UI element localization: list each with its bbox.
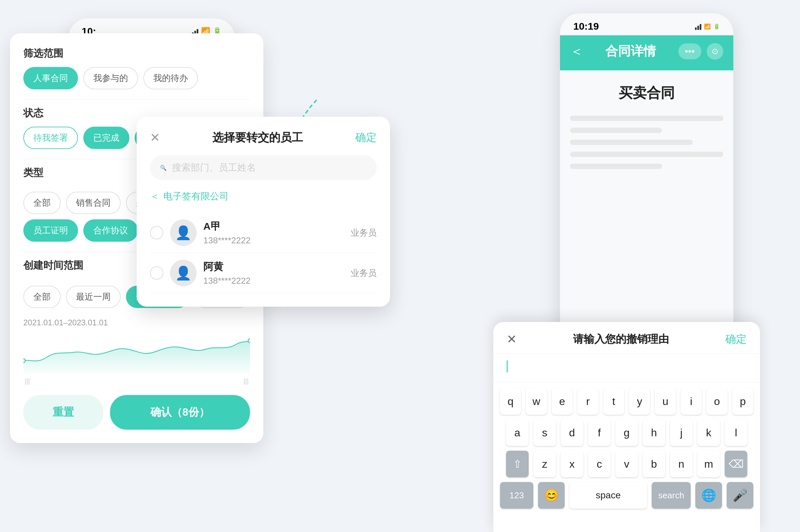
text-cursor — [507, 360, 508, 372]
key-a[interactable]: a — [506, 419, 529, 446]
key-h[interactable]: h — [643, 419, 665, 446]
contract-line-4 — [570, 152, 723, 157]
more-options-btn[interactable]: ••• — [678, 43, 701, 59]
key-v[interactable]: v — [615, 451, 638, 477]
employee-role-0: 业务员 — [351, 227, 377, 239]
tag-sales[interactable]: 销售合同 — [66, 192, 121, 214]
key-w[interactable]: w — [526, 388, 547, 415]
tag-cooperation[interactable]: 合作协议 — [83, 219, 138, 242]
contract-line-5 — [570, 164, 662, 169]
keyboard-close-btn[interactable]: ✕ — [507, 332, 517, 346]
employee-item-1[interactable]: 👤 阿黄 138****2222 业务员 — [150, 253, 377, 293]
employee-name-0: A甲 — [203, 220, 344, 233]
tag-all[interactable]: 全部 — [23, 192, 61, 214]
key-n[interactable]: n — [670, 451, 693, 477]
tag-one-week[interactable]: 最近一周 — [66, 286, 121, 308]
filter-range-title: 筛选范围 — [23, 47, 250, 60]
key-g[interactable]: g — [615, 419, 638, 446]
contract-doc-title: 买卖合同 — [570, 84, 723, 102]
filter-date-title: 创建时间范围 — [23, 259, 83, 272]
search-placeholder: 搜索部门、员工姓名 — [172, 162, 256, 174]
tag-my-pending[interactable]: 我的待办 — [143, 67, 198, 89]
filter-range-tags: 人事合同 我参与的 我的待办 — [23, 67, 250, 89]
key-m[interactable]: m — [697, 451, 720, 477]
back-button[interactable]: ＜ — [570, 42, 583, 60]
chart-slider: ||| ||| — [23, 377, 250, 385]
key-u[interactable]: u — [655, 388, 676, 415]
key-l[interactable]: l — [725, 419, 747, 446]
contract-line-1 — [570, 116, 723, 121]
employee-info-1: 阿黄 138****2222 — [203, 260, 344, 286]
contract-line-3 — [570, 140, 693, 145]
contract-header-title: 合同详情 — [605, 43, 656, 60]
contract-status-icons: 📶 🔋 — [695, 23, 720, 30]
employee-phone-1: 138****2222 — [203, 276, 344, 286]
key-d[interactable]: d — [561, 419, 583, 446]
key-shift[interactable]: ⇧ — [506, 451, 529, 477]
modal-close-btn[interactable]: ✕ — [150, 131, 160, 145]
key-b[interactable]: b — [643, 451, 665, 477]
key-emoji[interactable]: 😊 — [538, 482, 565, 509]
tag-all-time[interactable]: 全部 — [23, 286, 61, 308]
key-row-2: a s d f g h j k l — [500, 419, 753, 446]
key-j[interactable]: j — [670, 419, 693, 446]
key-s[interactable]: s — [533, 419, 556, 446]
key-r[interactable]: r — [577, 388, 598, 415]
employee-item-0[interactable]: 👤 A甲 138****2222 业务员 — [150, 213, 377, 253]
key-c[interactable]: c — [588, 451, 611, 477]
key-search[interactable]: search — [652, 482, 691, 509]
key-y[interactable]: y — [629, 388, 650, 415]
search-icon: 🔍 — [160, 165, 167, 171]
contract-line-2 — [570, 128, 662, 133]
key-delete[interactable]: ⌫ — [725, 451, 747, 477]
key-mic[interactable]: 🎤 — [727, 482, 753, 509]
transfer-modal: ✕ 选择要转交的员工 确定 🔍 搜索部门、员工姓名 ＜ 电子签有限公司 👤 A甲… — [137, 117, 390, 307]
key-f[interactable]: f — [588, 419, 611, 446]
key-z[interactable]: z — [533, 451, 556, 477]
keyboard-title: 请输入您的撤销理由 — [573, 332, 669, 347]
key-p[interactable]: p — [732, 388, 753, 415]
employee-role-1: 业务员 — [351, 267, 377, 279]
employee-search-bar[interactable]: 🔍 搜索部门、员工姓名 — [150, 155, 377, 180]
radio-button-0[interactable] — [150, 226, 163, 239]
date-range-text: 2021.01.01–2023.01.01 — [23, 318, 250, 327]
key-space[interactable]: space — [569, 482, 647, 509]
keyboard-modal: ✕ 请输入您的撤销理由 确定 q w e r t y u i o p a s d… — [493, 322, 760, 532]
date-range-chart — [23, 334, 250, 374]
keyboard-input-area[interactable] — [493, 354, 760, 383]
modal-title: 选择要转交的员工 — [212, 130, 303, 145]
keyboard-confirm-btn[interactable]: 确定 — [725, 332, 747, 347]
employee-phone-0: 138****2222 — [203, 235, 344, 246]
employee-info-0: A甲 138****2222 — [203, 220, 344, 246]
contract-header: ＜ 合同详情 ••• ⊙ — [560, 35, 734, 70]
radio-button-1[interactable] — [150, 266, 163, 280]
key-i[interactable]: i — [681, 388, 702, 415]
chevron-left-icon: ＜ — [150, 190, 159, 203]
tag-hr-contract[interactable]: 人事合同 — [23, 67, 78, 89]
company-breadcrumb[interactable]: ＜ 电子签有限公司 — [150, 190, 377, 203]
reset-button[interactable]: 重置 — [23, 395, 103, 430]
key-k[interactable]: k — [697, 419, 720, 446]
key-123[interactable]: 123 — [500, 482, 533, 509]
key-o[interactable]: o — [706, 388, 727, 415]
filter-action-buttons: 重置 确认（8份） — [23, 395, 250, 430]
key-x[interactable]: x — [561, 451, 583, 477]
contract-body: 买卖合同 — [560, 70, 734, 189]
key-q[interactable]: q — [500, 388, 521, 415]
keyboard-header: ✕ 请输入您的撤销理由 确定 — [493, 322, 760, 354]
employee-avatar-0: 👤 — [170, 219, 197, 246]
tag-employee-cert[interactable]: 员工证明 — [23, 219, 78, 242]
employee-avatar-1: 👤 — [170, 260, 197, 286]
record-btn[interactable]: ⊙ — [707, 43, 723, 60]
modal-confirm-btn[interactable]: 确定 — [355, 130, 377, 145]
contract-status-time: 10:19 — [573, 21, 599, 32]
key-globe[interactable]: 🌐 — [695, 482, 722, 509]
tag-pending-sign[interactable]: 待我签署 — [23, 127, 78, 149]
tag-completed[interactable]: 已完成 — [83, 127, 129, 149]
contract-header-actions: ••• ⊙ — [678, 43, 723, 60]
tag-participated[interactable]: 我参与的 — [83, 67, 138, 89]
key-e[interactable]: e — [552, 388, 573, 415]
confirm-button[interactable]: 确认（8份） — [110, 395, 250, 430]
key-row-3: ⇧ z x c v b n m ⌫ — [500, 451, 753, 477]
key-t[interactable]: t — [603, 388, 624, 415]
